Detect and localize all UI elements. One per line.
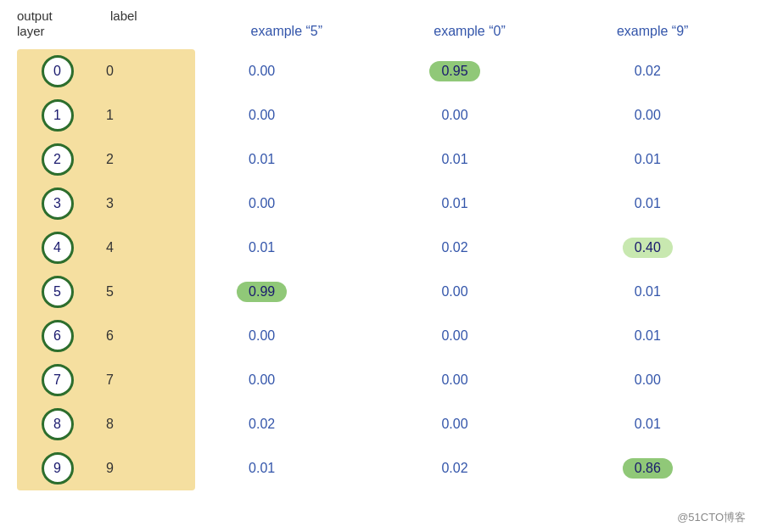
val5-row2: 0.01	[165, 152, 358, 167]
table-wrapper: outputlayer label example “5” example “0…	[17, 8, 744, 490]
val9-row7: 0.00	[551, 372, 744, 388]
val9-row3: 0.01	[551, 196, 744, 211]
rows-inner: 000.000.950.02110.000.000.00220.010.010.…	[17, 49, 744, 490]
table-row: 330.000.010.01	[17, 182, 744, 226]
label-header: label	[102, 8, 161, 42]
watermark: @51CTO博客	[677, 510, 746, 525]
node-circle: 1	[42, 99, 74, 132]
rows-container: 000.000.950.02110.000.000.00220.010.010.…	[17, 49, 744, 490]
node-cell: 5	[17, 276, 98, 308]
table-row: 770.000.000.00	[17, 358, 744, 402]
label-cell: 5	[98, 284, 165, 300]
table-row: 660.000.000.01	[17, 314, 744, 358]
node-circle: 4	[42, 232, 74, 264]
table-row: 440.010.020.40	[17, 226, 744, 270]
node-cell: 3	[17, 188, 98, 220]
node-circle: 9	[42, 452, 74, 484]
node-cell: 1	[17, 99, 98, 132]
main-container: outputlayer label example “5” example “0…	[0, 0, 761, 532]
table-row: 110.000.000.00	[17, 93, 744, 137]
val5-row6: 0.00	[165, 328, 358, 344]
label-cell: 7	[98, 372, 165, 388]
val0-row0-highlighted: 0.95	[429, 61, 479, 81]
example-5-header: example “5”	[195, 24, 378, 42]
val9-row0: 0.02	[551, 64, 744, 79]
label-cell: 9	[98, 461, 165, 476]
label-cell: 1	[98, 108, 165, 123]
val9-row5: 0.01	[551, 284, 744, 300]
val5-row4: 0.01	[165, 240, 358, 255]
val9-row1: 0.00	[551, 108, 744, 123]
val0-row8: 0.00	[358, 417, 551, 432]
example-0-header: example “0”	[378, 24, 562, 42]
val0-row6: 0.00	[358, 328, 551, 344]
node-circle: 5	[42, 276, 74, 308]
node-cell: 6	[17, 320, 98, 352]
label-cell: 8	[98, 417, 165, 432]
table-row: 550.990.000.01	[17, 270, 744, 314]
val9-row4-highlighted-light: 0.40	[623, 238, 673, 258]
node-circle: 6	[42, 320, 74, 352]
val0-row7: 0.00	[358, 372, 551, 388]
val5-row1: 0.00	[165, 108, 358, 123]
val9-row9: 0.86	[551, 458, 744, 479]
val9-row2: 0.01	[551, 152, 744, 167]
table-row: 000.000.950.02	[17, 49, 744, 93]
label-cell: 0	[98, 64, 165, 79]
val0-row2: 0.01	[358, 152, 551, 167]
node-circle: 3	[42, 188, 74, 220]
val5-row9: 0.01	[165, 461, 358, 476]
example-9-header: example “9”	[561, 24, 744, 42]
node-cell: 7	[17, 364, 98, 396]
node-cell: 8	[17, 408, 98, 440]
val9-row6: 0.01	[551, 328, 744, 344]
node-circle: 7	[42, 364, 74, 396]
val5-row0: 0.00	[165, 64, 358, 79]
val0-row3: 0.01	[358, 196, 551, 211]
val9-row4: 0.40	[551, 238, 744, 258]
label-cell: 6	[98, 328, 165, 344]
table-row: 220.010.010.01	[17, 137, 744, 182]
node-circle: 2	[42, 143, 74, 176]
val0-row1: 0.00	[358, 108, 551, 123]
val9-row9-highlighted: 0.86	[623, 458, 673, 479]
node-cell: 2	[17, 143, 98, 176]
label-cell: 2	[98, 152, 165, 167]
node-cell: 4	[17, 232, 98, 264]
table-row: 990.010.020.86	[17, 446, 744, 490]
val5-row5-highlighted: 0.99	[237, 282, 287, 302]
label-cell: 3	[98, 196, 165, 211]
table-row: 880.020.000.01	[17, 402, 744, 446]
node-cell: 9	[17, 452, 98, 484]
node-circle: 0	[42, 55, 74, 87]
val0-row9: 0.02	[358, 461, 551, 476]
val5-row3: 0.00	[165, 196, 358, 211]
output-layer-header: outputlayer	[17, 8, 102, 42]
val5-row5: 0.99	[165, 282, 358, 302]
val0-row0: 0.95	[358, 61, 551, 81]
val0-row4: 0.02	[358, 240, 551, 255]
val5-row7: 0.00	[165, 372, 358, 388]
label-cell: 4	[98, 240, 165, 255]
val9-row8: 0.01	[551, 417, 744, 432]
node-cell: 0	[17, 55, 98, 87]
node-circle: 8	[42, 408, 74, 440]
output-label-area: outputlayer label	[17, 8, 195, 42]
header-row: outputlayer label example “5” example “0…	[17, 8, 744, 42]
val5-row8: 0.02	[165, 417, 358, 432]
val0-row5: 0.00	[358, 284, 551, 300]
